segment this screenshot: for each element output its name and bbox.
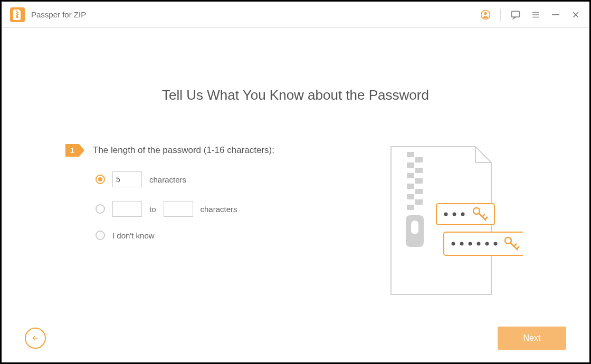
- svg-rect-25: [411, 221, 418, 234]
- input-exact-length[interactable]: [112, 171, 142, 187]
- svg-point-28: [453, 213, 456, 216]
- label-characters-range: characters: [201, 205, 237, 214]
- zip-file-icon: [13, 9, 22, 20]
- radio-range[interactable]: [96, 204, 105, 214]
- svg-rect-18: [415, 178, 423, 184]
- account-icon[interactable]: [480, 9, 491, 20]
- step-label: The length of the password (1-16 charact…: [93, 145, 274, 156]
- next-button[interactable]: Next: [498, 327, 566, 350]
- minimize-button[interactable]: [550, 9, 561, 20]
- svg-rect-13: [407, 152, 414, 157]
- svg-point-36: [460, 242, 464, 246]
- svg-rect-15: [407, 162, 414, 168]
- radio-unknown[interactable]: [96, 231, 105, 240]
- svg-point-40: [494, 242, 498, 246]
- svg-point-35: [452, 242, 455, 246]
- option-exact-length: characters: [96, 171, 317, 187]
- svg-rect-19: [407, 184, 414, 189]
- illustration: [386, 141, 523, 300]
- options-group: characters to characters I don't know: [96, 171, 317, 254]
- svg-rect-0: [16, 11, 17, 12]
- separator: [500, 9, 501, 21]
- svg-rect-4: [16, 15, 18, 18]
- svg-point-29: [461, 213, 465, 216]
- svg-rect-7: [512, 11, 520, 17]
- password-box-short: [436, 204, 494, 225]
- page-heading: Tell Us What You Know about the Password: [2, 87, 589, 103]
- svg-point-38: [477, 242, 481, 246]
- label-to: to: [149, 205, 156, 214]
- svg-point-27: [444, 213, 448, 216]
- feedback-icon[interactable]: [510, 9, 521, 20]
- svg-rect-22: [415, 199, 423, 205]
- arrow-left-icon: [31, 334, 40, 342]
- back-button[interactable]: [25, 328, 46, 349]
- option-range-length: to characters: [96, 201, 317, 217]
- svg-rect-1: [17, 12, 18, 13]
- svg-rect-21: [407, 194, 414, 199]
- svg-rect-3: [17, 14, 18, 15]
- input-range-from[interactable]: [112, 201, 142, 217]
- close-button[interactable]: [570, 9, 581, 20]
- app-logo: [10, 7, 25, 22]
- svg-rect-16: [415, 168, 423, 173]
- svg-rect-14: [415, 157, 423, 162]
- radio-exact[interactable]: [96, 175, 105, 184]
- app-title: Passper for ZIP: [31, 10, 86, 19]
- svg-rect-23: [407, 205, 414, 210]
- svg-point-39: [485, 242, 489, 246]
- content-area: Tell Us What You Know about the Password…: [2, 28, 589, 362]
- label-characters: characters: [149, 175, 186, 184]
- svg-point-6: [484, 12, 487, 14]
- svg-rect-20: [415, 189, 423, 194]
- input-range-to[interactable]: [164, 201, 193, 217]
- app-window: Passper for ZIP Tell Us What You Know ab…: [2, 2, 589, 362]
- option-unknown: I don't know: [96, 231, 317, 240]
- titlebar-actions: [480, 9, 581, 21]
- menu-icon[interactable]: [530, 9, 541, 20]
- footer: Next: [2, 315, 589, 362]
- svg-rect-17: [407, 173, 414, 178]
- svg-rect-2: [16, 13, 17, 14]
- svg-point-37: [469, 242, 472, 246]
- password-box-long: [444, 232, 523, 255]
- label-unknown: I don't know: [112, 231, 155, 240]
- step-number-badge: 1: [65, 144, 79, 157]
- titlebar: Passper for ZIP: [2, 2, 589, 28]
